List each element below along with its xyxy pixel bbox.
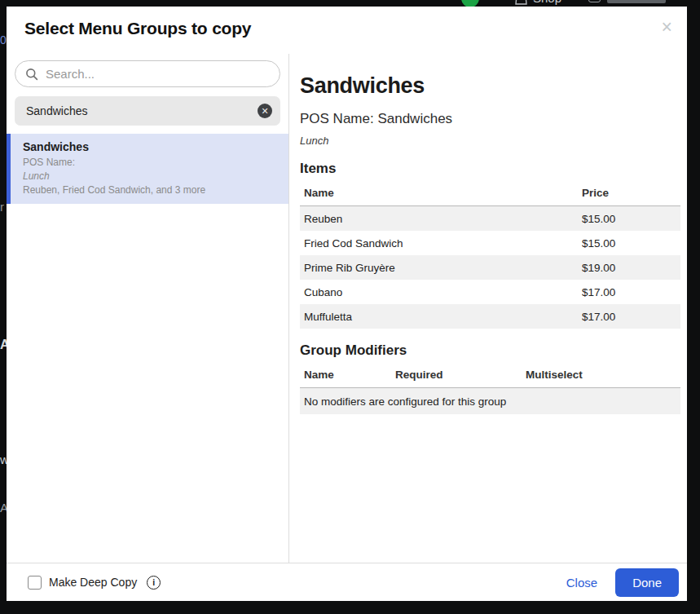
info-icon[interactable]: i bbox=[147, 576, 161, 590]
modifiers-empty-row: No modifiers are configured for this gro… bbox=[300, 388, 680, 415]
item-name: Reuben bbox=[300, 206, 578, 232]
item-row: Prime Rib Gruyère $19.00 bbox=[300, 255, 680, 280]
topnav-shop-label: Shop bbox=[533, 0, 561, 5]
topnav-shop: Shop bbox=[515, 0, 561, 5]
deep-copy-checkbox[interactable] bbox=[28, 576, 42, 590]
column-header-required: Required bbox=[391, 364, 522, 388]
item-price: $17.00 bbox=[578, 280, 680, 304]
group-items-summary: Reuben, Fried Cod Sandwich, and 3 more bbox=[23, 183, 279, 197]
modifiers-header-row: Name Required Multiselect bbox=[300, 364, 680, 388]
backdrop-text-fragment: 0 bbox=[0, 34, 7, 46]
detail-category: Lunch bbox=[300, 135, 680, 147]
column-header-name: Name bbox=[300, 182, 578, 206]
menu-group-list-item[interactable]: Sandwiches POS Name: Lunch Reuben, Fried… bbox=[7, 134, 288, 204]
topnav-secondary-item bbox=[588, 0, 666, 3]
modal-title: Select Menu Groups to copy bbox=[24, 19, 667, 38]
item-row: Reuben $15.00 bbox=[300, 206, 680, 232]
item-price: $15.00 bbox=[578, 206, 680, 232]
backdrop-text-fragment: r bbox=[0, 201, 4, 213]
shopping-bag-icon bbox=[515, 0, 527, 5]
group-category: Lunch bbox=[23, 170, 279, 183]
item-row: Muffuletta $17.00 bbox=[300, 304, 680, 329]
column-header-name: Name bbox=[300, 364, 391, 388]
item-name: Muffuletta bbox=[300, 304, 578, 329]
dimmed-text-bar bbox=[607, 0, 666, 3]
modal-header: Select Menu Groups to copy × bbox=[7, 7, 687, 38]
modifiers-table: Name Required Multiselect No modifiers a… bbox=[300, 364, 680, 414]
detail-title: Sandwiches bbox=[300, 73, 680, 99]
done-button[interactable]: Done bbox=[615, 568, 679, 597]
clear-filter-icon[interactable]: ✕ bbox=[258, 104, 272, 118]
group-detail-panel: Sandwiches POS Name: Sandwiches Lunch It… bbox=[290, 54, 687, 563]
modifiers-empty-message: No modifiers are configured for this gro… bbox=[300, 388, 680, 415]
search-input[interactable] bbox=[44, 66, 270, 82]
group-name: Sandwiches bbox=[23, 140, 279, 153]
item-price: $15.00 bbox=[578, 231, 680, 255]
menu-group-list: Sandwiches POS Name: Lunch Reuben, Fried… bbox=[7, 134, 288, 204]
card-icon bbox=[588, 0, 601, 2]
item-name: Prime Rib Gruyère bbox=[300, 255, 578, 280]
filter-input[interactable] bbox=[24, 104, 258, 118]
item-row: Fried Cod Sandwich $15.00 bbox=[300, 231, 680, 255]
modal-footer: Make Deep Copy i Close Done bbox=[7, 563, 687, 601]
select-menu-groups-modal: Select Menu Groups to copy × ✕ Sandwiche… bbox=[7, 7, 687, 601]
filter-field[interactable]: ✕ bbox=[15, 96, 280, 126]
group-modifiers-heading: Group Modifiers bbox=[300, 342, 680, 359]
group-pos-label: POS Name: bbox=[23, 156, 279, 170]
item-name: Fried Cod Sandwich bbox=[300, 231, 578, 255]
items-header-row: Name Price bbox=[300, 182, 680, 206]
item-price: $17.00 bbox=[578, 304, 680, 329]
column-header-price: Price bbox=[578, 182, 680, 206]
column-header-multiselect: Multiselect bbox=[522, 364, 680, 388]
detail-pos-name: POS Name: Sandwiches bbox=[300, 111, 680, 127]
item-price: $19.00 bbox=[578, 255, 680, 280]
item-row: Cubano $17.00 bbox=[300, 280, 680, 304]
search-icon bbox=[25, 68, 38, 81]
item-name: Cubano bbox=[300, 280, 578, 304]
close-button[interactable]: Close bbox=[561, 575, 602, 590]
items-table: Name Price Reuben $15.00 Fried Cod Sandw… bbox=[300, 182, 680, 329]
items-heading: Items bbox=[300, 161, 680, 177]
close-icon[interactable]: × bbox=[660, 16, 674, 38]
search-box[interactable] bbox=[15, 60, 280, 87]
menu-groups-panel: ✕ Sandwiches POS Name: Lunch Reuben, Fri… bbox=[7, 54, 289, 563]
deep-copy-label: Make Deep Copy bbox=[49, 576, 137, 589]
